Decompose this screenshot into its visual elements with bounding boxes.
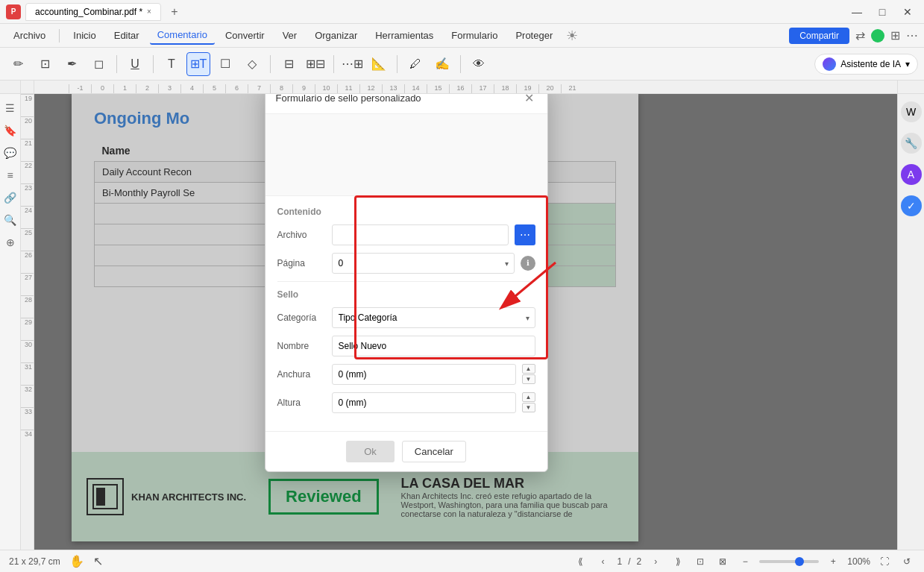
- highlight-tool[interactable]: ✏: [6, 52, 30, 76]
- rv-mark: 28: [21, 295, 34, 318]
- anchura-spin-down[interactable]: ▼: [522, 374, 535, 384]
- last-page-button[interactable]: ⟫: [670, 553, 686, 570]
- hand-tool-status[interactable]: ✋: [69, 554, 84, 568]
- rv-mark: 24: [21, 206, 34, 228]
- zoom-slider[interactable]: [759, 560, 819, 563]
- ink-tool[interactable]: 🖊: [403, 52, 427, 76]
- browse-button[interactable]: ⋯: [515, 224, 535, 245]
- save-cloud-icon[interactable]: ⊞: [890, 28, 900, 43]
- altura-spin-up[interactable]: ▲: [522, 392, 535, 402]
- pagina-select[interactable]: 0: [332, 253, 515, 274]
- sidebar-icon-6[interactable]: 🔍: [2, 212, 19, 228]
- menu-inicio[interactable]: Inicio: [66, 27, 103, 44]
- ruler-mark: 1: [113, 84, 136, 93]
- archivo-input[interactable]: [332, 224, 509, 245]
- fit-width-button[interactable]: ⊠: [714, 553, 731, 570]
- tab-item[interactable]: accounting_Combinar.pdf * ×: [25, 3, 161, 21]
- altura-spin-down[interactable]: ▼: [522, 403, 535, 412]
- page-info-button[interactable]: ℹ: [521, 256, 535, 271]
- cursor-tool-status[interactable]: ↖: [93, 554, 103, 568]
- save-tool[interactable]: ⊡: [33, 52, 57, 76]
- ruler-mark: 8: [270, 84, 292, 93]
- status-bar: 21 x 29,7 cm ✋ ↖ ⟪ ‹ 1 / 2 › ⟫ ⊡ ⊠ − + 1…: [0, 550, 924, 572]
- eraser-tool[interactable]: ◻: [87, 52, 110, 76]
- rotate-button[interactable]: ↺: [899, 553, 915, 570]
- altura-spinners: ▲ ▼: [522, 392, 535, 412]
- nombre-input[interactable]: [332, 336, 535, 356]
- ruler-mark: 21: [561, 84, 583, 93]
- sidebar-icon-3[interactable]: 💬: [2, 145, 19, 161]
- nombre-label: Nombre: [277, 341, 326, 351]
- eye-tool[interactable]: 👁: [467, 52, 491, 76]
- right-icon-1[interactable]: W: [901, 101, 922, 122]
- minimize-button[interactable]: —: [846, 3, 867, 21]
- rv-mark: 22: [21, 161, 34, 183]
- right-icon-3[interactable]: A: [901, 164, 922, 185]
- underline-tool[interactable]: U: [123, 52, 147, 76]
- sidebar-icon-5[interactable]: 🔗: [2, 189, 19, 206]
- sidebar-icon-1[interactable]: ☰: [2, 100, 19, 116]
- first-page-button[interactable]: ⟪: [573, 553, 589, 570]
- menu-organizar[interactable]: Organizar: [307, 27, 365, 44]
- menu-ver[interactable]: Ver: [275, 27, 305, 44]
- rv-mark: 29: [21, 318, 34, 340]
- stamp-tool-bar[interactable]: ⊞⊟: [304, 52, 327, 76]
- ruler-mark: 9: [292, 84, 315, 93]
- ruler-mark: 17: [471, 84, 494, 93]
- more-tools[interactable]: ⋯⊞: [340, 52, 364, 76]
- shapes-tool[interactable]: ◇: [240, 52, 264, 76]
- ai-chevron: ▾: [905, 59, 910, 69]
- menu-editar[interactable]: Editar: [107, 27, 147, 44]
- menu-formulario[interactable]: Formulario: [444, 27, 505, 44]
- toolbar-right: Asistente de IA ▾: [814, 54, 918, 75]
- more-menu-icon[interactable]: ⋯: [906, 28, 918, 43]
- fullscreen-button[interactable]: ⛶: [876, 553, 893, 570]
- zoom-in-button[interactable]: +: [825, 553, 841, 570]
- altura-row: Altura ▲ ▼: [277, 392, 535, 413]
- modal-close-button[interactable]: ✕: [522, 94, 537, 106]
- menu-herramientas[interactable]: Herramientas: [368, 27, 441, 44]
- status-dot: [871, 29, 884, 43]
- next-page-button[interactable]: ›: [647, 553, 664, 570]
- anchura-spin-up[interactable]: ▲: [522, 364, 535, 374]
- right-icon-2[interactable]: 🔧: [901, 133, 922, 154]
- new-tab-button[interactable]: +: [166, 3, 183, 21]
- sidebar-icon-7[interactable]: ⊕: [2, 234, 19, 251]
- categoria-select[interactable]: Tipo Categoría: [332, 307, 535, 328]
- ai-assistant-button[interactable]: Asistente de IA ▾: [814, 54, 918, 75]
- textbox-tool[interactable]: ⊞T: [186, 52, 210, 76]
- menu-comentario[interactable]: Comentario: [150, 26, 215, 45]
- comment-tool[interactable]: ⊟: [277, 52, 301, 76]
- ruler-mark: 19: [516, 84, 538, 93]
- sign-tool[interactable]: ✍: [430, 52, 454, 76]
- menu-archivo[interactable]: Archivo: [6, 27, 53, 44]
- share-button[interactable]: Compartir: [789, 28, 849, 44]
- title-bar-left: P accounting_Combinar.pdf * × +: [6, 3, 183, 21]
- maximize-button[interactable]: □: [872, 3, 893, 21]
- menu-convertir[interactable]: Convertir: [218, 27, 272, 44]
- sidebar-icon-2[interactable]: 🔖: [2, 122, 19, 139]
- ruler-mark: 11: [337, 84, 359, 93]
- user-switch-icon[interactable]: ⇄: [855, 28, 865, 43]
- fit-page-button[interactable]: ⊡: [692, 553, 708, 570]
- ruler-mark: 0: [91, 84, 113, 93]
- section-sello-label: Sello: [277, 289, 535, 300]
- zoom-out-button[interactable]: −: [737, 553, 753, 570]
- tool-sep-3: [270, 55, 271, 73]
- measure-tool[interactable]: 📐: [367, 52, 391, 76]
- cancel-button[interactable]: Cancelar: [402, 441, 466, 462]
- app-icon: P: [6, 4, 21, 19]
- menu-proteger[interactable]: Proteger: [508, 27, 560, 44]
- close-tab-button[interactable]: ×: [147, 7, 151, 16]
- close-button[interactable]: ✕: [897, 3, 918, 21]
- altura-input[interactable]: [332, 392, 516, 413]
- callout-tool[interactable]: ☐: [213, 52, 237, 76]
- prev-page-button[interactable]: ‹: [595, 553, 612, 570]
- text-tool[interactable]: T: [160, 52, 183, 76]
- sidebar-icon-4[interactable]: ≡: [2, 167, 19, 183]
- modal-body: Contenido Archivo ⋯ Página: [265, 196, 547, 431]
- right-icon-4[interactable]: ✓: [901, 195, 922, 216]
- anchura-input[interactable]: [332, 364, 516, 385]
- pen-tool[interactable]: ✒: [60, 52, 84, 76]
- sun-icon[interactable]: ☀: [566, 28, 578, 44]
